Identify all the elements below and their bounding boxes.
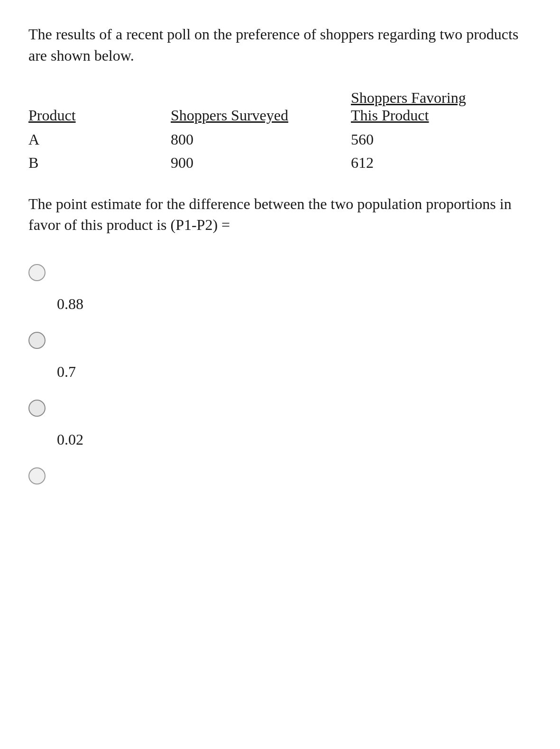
radio-button-2[interactable] [28, 332, 46, 349]
table-row: B 900 612 [28, 151, 532, 174]
surveyed-a: 800 [171, 128, 351, 151]
question-text: The point estimate for the difference be… [28, 193, 532, 236]
intro-paragraph: The results of a recent poll on the pref… [28, 24, 532, 66]
col-surveyed-header: Shoppers Surveyed [171, 85, 351, 128]
radio-wrapper-3 [28, 395, 532, 421]
option-1: 0.88 [28, 259, 532, 318]
option-label-1: 0.88 [43, 291, 532, 318]
data-table: Product Shoppers Surveyed Shoppers Favor… [28, 85, 532, 174]
radio-button-3[interactable] [28, 400, 46, 417]
radio-wrapper-2 [28, 327, 532, 354]
col-product-header: Product [28, 85, 171, 128]
product-b: B [28, 151, 171, 174]
product-a: A [28, 128, 171, 151]
option-label-4 [43, 494, 532, 503]
radio-button-1[interactable] [28, 264, 46, 281]
favoring-b: 612 [351, 151, 532, 174]
col-favoring-line2: This Product [351, 107, 429, 124]
radio-wrapper-1 [28, 259, 532, 286]
surveyed-b: 900 [171, 151, 351, 174]
col-favoring-header: Shoppers Favoring This Product [351, 85, 532, 128]
radio-button-4[interactable] [28, 467, 46, 484]
option-3: 0.02 [28, 395, 532, 453]
table-row: A 800 560 [28, 128, 532, 151]
option-label-2: 0.7 [43, 358, 532, 385]
options-section: 0.88 0.7 0.02 [28, 259, 532, 513]
option-label-3: 0.02 [43, 426, 532, 453]
data-table-section: Product Shoppers Surveyed Shoppers Favor… [28, 85, 532, 174]
col-favoring-line1: Shoppers Favoring [351, 89, 466, 106]
radio-wrapper-4 [28, 463, 532, 489]
favoring-a: 560 [351, 128, 532, 151]
option-4 [28, 463, 532, 503]
option-2: 0.7 [28, 327, 532, 385]
